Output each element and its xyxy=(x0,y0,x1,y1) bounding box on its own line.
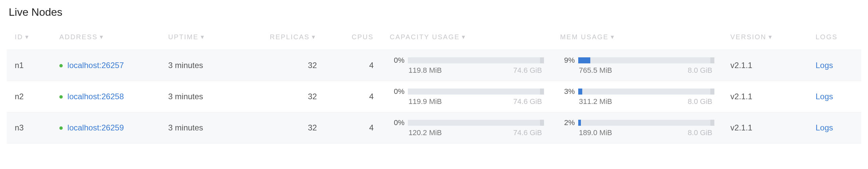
cell-replicas: 32 xyxy=(236,50,325,81)
mem-bar-fill xyxy=(578,57,591,63)
capacity-total: 74.6 GiB xyxy=(513,128,544,137)
capacity-percent: 0% xyxy=(390,56,404,65)
col-mem[interactable]: MEM USAGE▼ xyxy=(552,26,722,50)
capacity-used: 120.2 MiB xyxy=(408,128,510,137)
cell-capacity-usage: 0% 119.8 MiB 74.6 GiB xyxy=(382,50,552,81)
logs-link[interactable]: Logs xyxy=(816,92,833,101)
cell-logs: Logs xyxy=(808,50,861,81)
col-replicas[interactable]: REPLICAS▼ xyxy=(236,26,325,50)
cell-version: v2.1.1 xyxy=(722,81,808,112)
logs-link[interactable]: Logs xyxy=(816,123,833,132)
cell-id: n3 xyxy=(7,112,51,143)
col-address[interactable]: ADDRESS▼ xyxy=(51,26,160,50)
mem-used: 311.2 MiB xyxy=(579,97,685,106)
cell-address: localhost:26258 xyxy=(51,81,160,112)
cell-address: localhost:26259 xyxy=(51,112,160,143)
bar-cap-icon xyxy=(710,120,714,126)
logs-link[interactable]: Logs xyxy=(816,61,833,70)
cell-cpus: 4 xyxy=(325,81,382,112)
capacity-used: 119.8 MiB xyxy=(408,66,510,75)
cell-cpus: 4 xyxy=(325,50,382,81)
status-dot-icon xyxy=(59,64,63,67)
cell-replicas: 32 xyxy=(236,112,325,143)
mem-used: 189.0 MiB xyxy=(579,128,685,137)
cell-address: localhost:26257 xyxy=(51,50,160,81)
cell-capacity-usage: 0% 119.9 MiB 74.6 GiB xyxy=(382,81,552,112)
mem-total: 8.0 GiB xyxy=(687,97,714,106)
col-capacity[interactable]: CAPACITY USAGE▼ xyxy=(382,26,552,50)
capacity-percent: 0% xyxy=(390,119,404,127)
mem-percent: 9% xyxy=(560,56,575,65)
col-version[interactable]: VERSION▼ xyxy=(722,26,808,50)
capacity-total: 74.6 GiB xyxy=(513,66,544,75)
mem-bar xyxy=(578,89,714,95)
cell-logs: Logs xyxy=(808,112,861,143)
cell-version: v2.1.1 xyxy=(722,112,808,143)
status-dot-icon xyxy=(59,95,63,99)
capacity-percent: 0% xyxy=(390,87,404,96)
mem-percent: 3% xyxy=(560,87,575,96)
capacity-used: 119.9 MiB xyxy=(408,97,510,106)
cell-version: v2.1.1 xyxy=(722,50,808,81)
address-link[interactable]: localhost:26259 xyxy=(67,123,124,132)
cell-capacity-usage: 0% 120.2 MiB 74.6 GiB xyxy=(382,112,552,143)
col-cpus[interactable]: CPUS xyxy=(325,26,382,50)
mem-total: 8.0 GiB xyxy=(687,128,714,137)
mem-total: 8.0 GiB xyxy=(687,66,714,75)
col-logs: LOGS xyxy=(808,26,861,50)
cell-uptime: 3 minutes xyxy=(160,112,236,143)
page-title: Live Nodes xyxy=(7,3,861,26)
cell-mem-usage: 3% 311.2 MiB 8.0 GiB xyxy=(552,81,722,112)
bar-cap-icon xyxy=(540,57,544,63)
bar-cap-icon xyxy=(540,120,544,126)
sort-icon: ▼ xyxy=(461,34,467,40)
bar-cap-icon xyxy=(540,89,544,95)
sort-icon: ▼ xyxy=(99,34,105,40)
mem-bar xyxy=(578,57,714,63)
mem-used: 765.5 MiB xyxy=(579,66,685,75)
mem-bar-fill xyxy=(578,89,582,95)
capacity-total: 74.6 GiB xyxy=(513,97,544,106)
table-row: n3 localhost:26259 3 minutes 32 4 0% 120… xyxy=(7,112,861,143)
cell-uptime: 3 minutes xyxy=(160,50,236,81)
capacity-bar xyxy=(408,89,544,95)
bar-cap-icon xyxy=(710,89,714,95)
cell-mem-usage: 9% 765.5 MiB 8.0 GiB xyxy=(552,50,722,81)
sort-icon: ▼ xyxy=(311,34,317,40)
mem-bar xyxy=(578,120,714,126)
bar-cap-icon xyxy=(710,57,714,63)
sort-icon: ▼ xyxy=(610,34,616,40)
sort-icon: ▼ xyxy=(24,34,30,40)
cell-replicas: 32 xyxy=(236,81,325,112)
cell-cpus: 4 xyxy=(325,112,382,143)
col-uptime[interactable]: UPTIME▼ xyxy=(160,26,236,50)
table-row: n1 localhost:26257 3 minutes 32 4 0% 119… xyxy=(7,50,861,81)
address-link[interactable]: localhost:26258 xyxy=(67,92,124,101)
sort-icon: ▼ xyxy=(767,34,773,40)
nodes-table: ID▼ ADDRESS▼ UPTIME▼ REPLICAS▼ CPUS CAPA… xyxy=(7,26,861,143)
capacity-bar xyxy=(408,57,544,63)
cell-id: n2 xyxy=(7,81,51,112)
mem-percent: 2% xyxy=(560,119,575,127)
status-dot-icon xyxy=(59,127,63,130)
sort-icon: ▼ xyxy=(199,34,206,40)
table-row: n2 localhost:26258 3 minutes 32 4 0% 119… xyxy=(7,81,861,112)
mem-bar-fill xyxy=(578,120,581,126)
cell-logs: Logs xyxy=(808,81,861,112)
cell-id: n1 xyxy=(7,50,51,81)
cell-mem-usage: 2% 189.0 MiB 8.0 GiB xyxy=(552,112,722,143)
capacity-bar xyxy=(408,120,544,126)
address-link[interactable]: localhost:26257 xyxy=(67,61,124,70)
cell-uptime: 3 minutes xyxy=(160,81,236,112)
col-id[interactable]: ID▼ xyxy=(7,26,51,50)
